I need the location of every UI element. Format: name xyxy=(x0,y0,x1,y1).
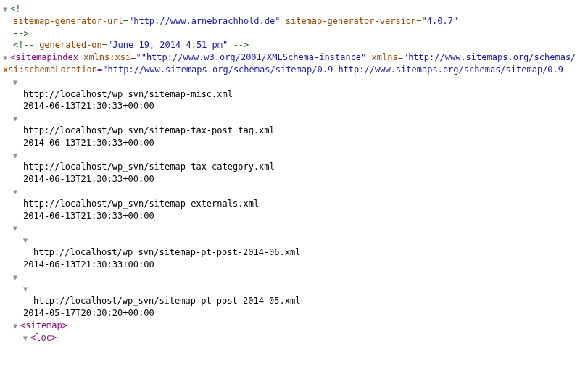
comment2-suffix: --> xyxy=(228,40,249,50)
comment1-url-val: "http://www.arnebrachhold.de" xyxy=(128,16,281,26)
sitemap-open xyxy=(3,112,577,125)
toggle-icon[interactable] xyxy=(13,321,20,331)
loc-value: http://localhost/wp_svn/sitemap-pt-post-… xyxy=(33,247,300,257)
comment2-val: "June 19, 2014 4:51 pm" xyxy=(107,40,228,50)
loc-line: http://localhost/wp_svn/sitemap-tax-post… xyxy=(3,125,577,137)
lastmod-value: 2014-06-13T21:30:33+00:00 xyxy=(23,259,154,270)
comment-2: <!-- generated-on="June 19, 2014 4:51 pm… xyxy=(3,39,577,51)
loc-line: http://localhost/wp_svn/sitemap-misc.xml xyxy=(3,88,577,101)
comment1-ver-val: "4.0.7" xyxy=(422,16,459,26)
lastmod-line: 2014-06-13T21:30:33+00:00 xyxy=(3,173,577,185)
lastmod-value: 2014-06-13T21:30:33+00:00 xyxy=(23,101,154,111)
comment2-attr: generated-on xyxy=(39,40,102,50)
lastmod-value: 2014-06-13T21:30:33+00:00 xyxy=(23,174,154,184)
lastmod-line: 2014-06-13T21:30:33+00:00 xyxy=(3,210,577,222)
lastmod-value: 2014-05-17T20:30:20+00:00 xyxy=(23,308,154,318)
toggle-icon[interactable] xyxy=(13,272,20,283)
comment2-prefix: <!-- xyxy=(13,40,39,50)
loc-value: http://localhost/wp_svn/sitemap-pt-post-… xyxy=(33,296,300,306)
comment1-url-attr: sitemap-generator-url xyxy=(13,16,123,26)
loc-open-line xyxy=(3,283,577,295)
toggle-icon[interactable] xyxy=(13,78,20,88)
lastmod-value: 2014-06-13T21:30:33+00:00 xyxy=(23,138,154,148)
sitemap-open xyxy=(3,271,577,283)
loc-value: http://localhost/wp_svn/sitemap-tax-cate… xyxy=(23,162,275,172)
sitemap-open xyxy=(3,185,577,198)
lastmod-line: 2014-06-13T21:30:33+00:00 xyxy=(3,259,577,271)
toggle-icon[interactable] xyxy=(13,187,20,197)
loc-line: http://localhost/wp_svn/sitemap-tax-cate… xyxy=(3,161,577,173)
loc-partial: <loc> xyxy=(3,332,577,344)
lastmod-line: 2014-05-17T20:30:20+00:00 xyxy=(3,307,577,320)
sitemapindex-line2: xsi:schemaLocation="http://www.sitemaps.… xyxy=(3,64,577,76)
toggle-icon[interactable] xyxy=(13,151,20,161)
toggle-icon[interactable] xyxy=(13,114,20,124)
comment-close-text: --> xyxy=(13,28,29,38)
toggle-icon[interactable] xyxy=(13,223,20,233)
si-open: <sitemapindex xyxy=(10,52,83,62)
sitemapindex-open: <sitemapindex xmlns:xsi=""http://www.w3.… xyxy=(3,51,577,64)
toggle-icon[interactable] xyxy=(3,4,10,14)
comment-open: <!-- xyxy=(3,3,577,15)
loc-open-line xyxy=(3,234,577,246)
loc-value-line: http://localhost/wp_svn/sitemap-pt-post-… xyxy=(3,295,577,307)
loc-value-line: http://localhost/wp_svn/sitemap-pt-post-… xyxy=(3,246,577,259)
loc-value: http://localhost/wp_svn/sitemap-external… xyxy=(23,199,259,209)
comment-open-text: <!-- xyxy=(10,4,31,14)
loc-line: http://localhost/wp_svn/sitemap-external… xyxy=(3,198,577,210)
sitemap-open xyxy=(3,149,577,162)
toggle-icon[interactable] xyxy=(3,53,10,63)
toggle-icon[interactable] xyxy=(23,284,30,294)
toggle-icon[interactable] xyxy=(23,235,30,246)
lastmod-value: 2014-06-13T21:30:33+00:00 xyxy=(23,211,154,221)
sitemap-open xyxy=(3,76,577,88)
loc-value: http://localhost/wp_svn/sitemap-tax-post… xyxy=(23,125,275,135)
sitemap-partial: <sitemap> xyxy=(3,320,577,332)
toggle-icon[interactable] xyxy=(23,333,30,343)
comment-close-1: --> xyxy=(3,28,577,40)
comment1-ver-attr: sitemap-generator-version xyxy=(286,16,417,26)
comment-body-1: sitemap-generator-url="http://www.arnebr… xyxy=(3,15,577,28)
sitemap-open xyxy=(3,222,577,234)
lastmod-line: 2014-06-13T21:30:33+00:00 xyxy=(3,100,577,112)
lastmod-line: 2014-06-13T21:30:33+00:00 xyxy=(3,137,577,149)
loc-value: http://localhost/wp_svn/sitemap-misc.xml xyxy=(23,89,233,99)
